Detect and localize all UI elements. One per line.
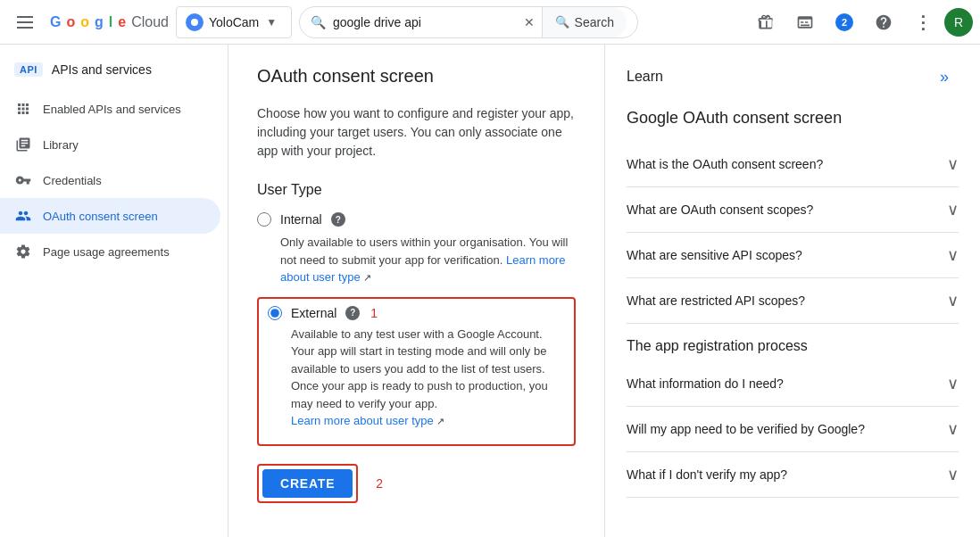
faq-chevron-0: ∨ [947, 154, 959, 174]
reg-faq-question-0: What information do I need? [627, 376, 947, 391]
faq-chevron-3: ∨ [947, 291, 959, 310]
search-button[interactable]: 🔍 Search [542, 7, 627, 37]
collapse-learn-panel-btn[interactable]: » [930, 62, 959, 91]
faq-list: What is the OAuth consent screen? ∨ What… [627, 142, 959, 324]
external-radio[interactable] [268, 306, 282, 320]
project-dot [186, 13, 203, 31]
sidebar-item-label-page-usage: Page usage agreements [43, 245, 170, 259]
external-link-icon2: ↗ [436, 416, 444, 426]
gift-icon-btn[interactable] [748, 4, 784, 40]
faq-chevron-2: ∨ [947, 245, 959, 265]
main-layout: API APIs and services Enabled APIs and s… [0, 45, 980, 537]
reg-faq-question-1: Will my app need to be verified by Googl… [627, 422, 947, 436]
faq-item-0[interactable]: What is the OAuth consent screen? ∨ [627, 142, 959, 187]
notification-badge[interactable]: 2 [826, 4, 862, 40]
internal-help-icon[interactable]: ? [331, 212, 345, 227]
enabled-apis-icon [14, 100, 32, 118]
create-btn-wrapper: CREATE 2 [257, 464, 576, 503]
search-button-label: Search [575, 15, 614, 29]
avatar[interactable]: R [944, 8, 973, 37]
faq-item-3[interactable]: What are restricted API scopes? ∨ [627, 278, 959, 324]
faq-chevron-1: ∨ [947, 200, 959, 219]
logo-g2: g [95, 14, 104, 30]
internal-radio[interactable] [257, 212, 271, 227]
main-panel: OAuth consent screen Choose how you want… [228, 45, 605, 537]
reg-faq-chevron-2: ∨ [947, 465, 959, 484]
sidebar-item-credentials[interactable]: Credentials [0, 162, 220, 198]
clear-search-icon[interactable]: ✕ [524, 15, 535, 29]
registration-section-title: The app registration process [627, 324, 959, 361]
internal-description: Only available to users within your orga… [280, 234, 576, 286]
reg-faq-chevron-0: ∨ [947, 374, 959, 393]
oauth-consent-icon [14, 207, 32, 225]
hamburger-icon [17, 16, 33, 29]
api-badge: API [14, 62, 43, 77]
reg-faq-item-2[interactable]: What if I don't verify my app? ∨ [627, 452, 959, 498]
learn-section-title: Google OAuth consent screen [627, 109, 959, 128]
page-usage-icon [14, 243, 32, 260]
reg-faq-item-0[interactable]: What information do I need? ∨ [627, 361, 959, 407]
reg-faq-item-1[interactable]: Will my app need to be verified by Googl… [627, 407, 959, 452]
sidebar-item-label-oauth-consent: OAuth consent screen [43, 210, 158, 223]
external-label[interactable]: External [291, 306, 336, 320]
sidebar-item-library[interactable]: Library [0, 127, 220, 162]
notification-count: 2 [835, 13, 853, 31]
reg-faq-question-2: What if I don't verify my app? [627, 467, 947, 482]
project-name: YoloCam [209, 15, 259, 29]
topbar: Google Cloud YoloCam ▼ 🔍 ✕ 🔍 Search 2 ⋮ [0, 0, 980, 45]
user-type-section-title: User Type [257, 182, 576, 198]
logo-g: G [50, 14, 61, 30]
external-step-number: 1 [370, 306, 378, 320]
more-options-icon-btn[interactable]: ⋮ [905, 4, 941, 40]
external-option-wrapper: External ? 1 Available to any test user … [257, 297, 576, 446]
sidebar-header: API APIs and services [0, 52, 228, 91]
page-title: OAuth consent screen [257, 66, 576, 87]
faq-question-1: What are OAuth consent scopes? [627, 202, 947, 217]
dropdown-arrow-icon: ▼ [266, 16, 277, 29]
learn-panel: Learn » Google OAuth consent screen What… [605, 45, 980, 537]
logo-l: l [109, 14, 112, 30]
learn-header: Learn » [627, 62, 959, 91]
search-button-icon: 🔍 [555, 15, 569, 29]
project-dot-inner [191, 19, 198, 26]
faq-question-2: What are sensitive API scopes? [627, 248, 947, 262]
credentials-icon [14, 171, 32, 189]
logo-o1: o [66, 14, 75, 30]
search-bar: 🔍 ✕ 🔍 Search [299, 6, 638, 38]
cloud-shell-icon-btn[interactable] [787, 4, 823, 40]
logo-o2: o [80, 14, 89, 30]
logo-e: e [118, 14, 126, 30]
create-btn-box: CREATE [257, 464, 358, 503]
external-link-icon: ↗ [363, 272, 371, 283]
sidebar-item-page-usage[interactable]: Page usage agreements [0, 234, 220, 269]
sidebar-item-oauth-consent[interactable]: OAuth consent screen [0, 198, 220, 234]
content-area: OAuth consent screen Choose how you want… [228, 45, 980, 537]
internal-radio-option[interactable]: Internal ? [257, 212, 576, 227]
external-description: Available to any test user with a Google… [291, 326, 565, 430]
search-magnifier-icon: 🔍 [311, 15, 326, 29]
faq-item-1[interactable]: What are OAuth consent scopes? ∨ [627, 187, 959, 233]
sidebar-item-label-credentials: Credentials [43, 174, 102, 187]
menu-icon-btn[interactable] [7, 4, 43, 40]
cloud-text: Cloud [131, 14, 169, 30]
search-input[interactable] [333, 15, 517, 29]
create-button[interactable]: CREATE [262, 469, 353, 498]
help-icon-btn[interactable] [866, 4, 901, 40]
sidebar-item-enabled-apis[interactable]: Enabled APIs and services [0, 91, 220, 127]
sidebar-item-label-enabled-apis: Enabled APIs and services [43, 103, 181, 116]
internal-label[interactable]: Internal [280, 212, 322, 227]
library-icon [14, 136, 32, 153]
external-help-icon[interactable]: ? [345, 306, 360, 320]
project-selector[interactable]: YoloCam ▼ [176, 6, 292, 38]
reg-faq-chevron-1: ∨ [947, 419, 959, 439]
faq-question-0: What is the OAuth consent screen? [627, 157, 947, 171]
create-step-number: 2 [376, 476, 383, 491]
external-radio-option[interactable]: External ? [268, 306, 360, 320]
registration-faq-list: What information do I need? ∨ Will my ap… [627, 361, 959, 498]
sidebar-header-title: APIs and services [52, 62, 152, 77]
external-learn-more-link[interactable]: Learn more about user type [291, 414, 434, 427]
learn-title: Learn [627, 69, 663, 85]
google-cloud-logo[interactable]: Google Cloud [50, 14, 169, 30]
description-text: Choose how you want to configure and reg… [257, 104, 576, 161]
faq-item-2[interactable]: What are sensitive API scopes? ∨ [627, 233, 959, 278]
